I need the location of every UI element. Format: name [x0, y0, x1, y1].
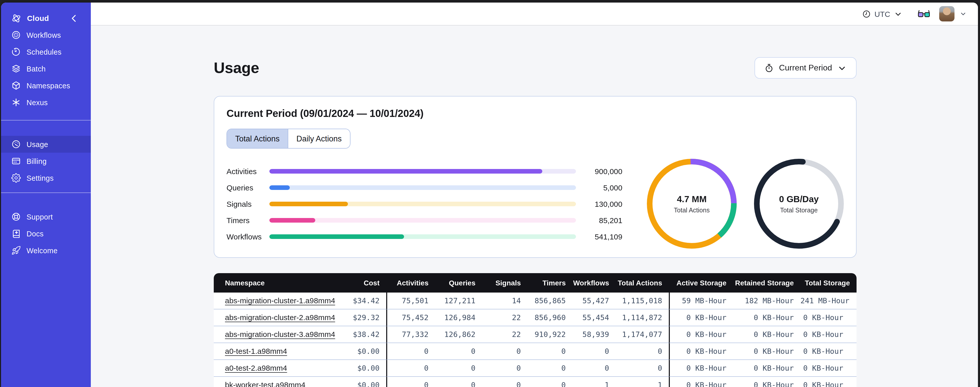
content: Usage Current Period Current Period (09/… — [91, 26, 978, 387]
activities-cell: 0 — [386, 343, 435, 360]
cost-cell: $29.32 — [344, 309, 386, 326]
sidebar-header-label: Cloud — [27, 14, 69, 22]
queries-cell: 126,862 — [435, 326, 482, 343]
namespace-link[interactable]: abs-migration-cluster-3.a98mm4 — [225, 330, 335, 339]
sidebar-item-label: Billing — [27, 157, 47, 165]
table-row: abs-migration-cluster-1.a98mm4$34.4275,5… — [214, 293, 856, 309]
namespaces-icon — [11, 81, 21, 90]
sidebar-item-welcome[interactable]: Welcome — [1, 242, 91, 259]
column-header-workflows: Workflows — [573, 273, 616, 293]
retained-storage-cell: 0 KB-Hour — [733, 377, 800, 387]
bar-value: 900,000 — [576, 167, 622, 175]
sidebar-item-namespaces[interactable]: Namespaces — [1, 77, 91, 94]
sidebar-item-label: Usage — [27, 140, 48, 148]
period-selector-button[interactable]: Current Period — [754, 57, 856, 78]
bar-value: 5,000 — [576, 183, 622, 192]
cost-cell: $0.00 — [344, 343, 386, 360]
cost-cell: $0.00 — [344, 377, 386, 387]
timezone-selector[interactable]: UTC — [862, 10, 902, 18]
donut-label: Total Storage — [780, 206, 818, 214]
signals-cell: 0 — [482, 377, 528, 387]
activities-cell: 75,452 — [386, 309, 435, 326]
workflows-cell: 1 — [573, 377, 616, 387]
namespace-link[interactable]: bk-worker-test.a98mm4 — [225, 381, 305, 387]
namespace-cell: abs-migration-cluster-3.a98mm4 — [214, 326, 344, 343]
sidebar-item-label: Support — [27, 213, 53, 221]
retained-storage-cell: 0 KB-Hour — [733, 360, 800, 377]
settings-icon — [11, 173, 21, 183]
tab-total-actions[interactable]: Total Actions — [227, 129, 288, 148]
sidebar-item-workflows[interactable]: Workflows — [1, 27, 91, 43]
active-storage-cell: 0 KB-Hour — [669, 309, 733, 326]
support-icon — [11, 212, 21, 222]
sidebar-item-schedules[interactable]: Schedules — [1, 43, 91, 60]
donut-total-actions: 4.7 MMTotal Actions — [647, 159, 737, 249]
sidebar-item-label: Nexus — [27, 98, 48, 106]
account-menu-chevron-icon[interactable] — [959, 10, 967, 18]
total-actions-cell: 0 — [616, 360, 669, 377]
sidebar-item-label: Docs — [27, 229, 44, 238]
bar-track — [269, 201, 576, 206]
active-storage-cell: 0 KB-Hour — [669, 343, 733, 360]
workflows-cell: 58,939 — [573, 326, 616, 343]
sidebar-item-support[interactable]: Support — [1, 208, 91, 225]
namespace-cell: abs-migration-cluster-2.a98mm4 — [214, 309, 344, 326]
labs-glasses-button[interactable] — [918, 9, 930, 18]
sidebar-item-batch[interactable]: Batch — [1, 60, 91, 77]
bar-value: 85,201 — [576, 216, 622, 224]
namespace-link[interactable]: abs-migration-cluster-1.a98mm4 — [225, 296, 335, 305]
cost-cell: $34.42 — [344, 293, 386, 309]
column-header-total-actions: Total Actions — [616, 273, 669, 293]
timers-cell: 856,865 — [528, 293, 573, 309]
workflows-cell: 55,454 — [573, 309, 616, 326]
table-row: a0-test-1.a98mm4$0.000000000 KB-Hour0 KB… — [214, 343, 856, 360]
queries-cell: 0 — [435, 343, 482, 360]
activities-cell: 0 — [386, 360, 435, 377]
glasses-icon — [918, 9, 930, 18]
queries-cell: 126,984 — [435, 309, 482, 326]
total-actions-cell: 0 — [616, 343, 669, 360]
card-title: Current Period (09/01/2024 — 10/01/2024) — [226, 108, 844, 120]
main-area: UTC Usage Current Period — [91, 3, 978, 387]
namespace-cell: a0-test-1.a98mm4 — [214, 343, 344, 360]
tab-daily-actions[interactable]: Daily Actions — [288, 129, 350, 148]
namespace-cell: abs-migration-cluster-1.a98mm4 — [214, 293, 344, 309]
sidebar-item-billing[interactable]: Billing — [1, 153, 91, 170]
sidebar-collapse-icon[interactable] — [69, 13, 79, 23]
queries-cell: 127,211 — [435, 293, 482, 309]
retained-storage-cell: 182 MB-Hour — [733, 293, 800, 309]
signals-cell: 22 — [482, 309, 528, 326]
sidebar-item-settings[interactable]: Settings — [1, 170, 91, 186]
avatar[interactable] — [939, 6, 955, 21]
total-storage-cell: 241 MB-Hour — [800, 293, 856, 309]
retained-storage-cell: 0 KB-Hour — [733, 326, 800, 343]
bar-fill — [269, 234, 404, 239]
donut-label: Total Actions — [674, 206, 710, 214]
cost-cell: $38.42 — [344, 326, 386, 343]
sidebar-item-usage[interactable]: Usage — [1, 136, 91, 153]
total-actions-cell: 1,174,077 — [616, 326, 669, 343]
bar-track — [269, 185, 576, 190]
total-storage-cell: 0 KB-Hour — [800, 377, 856, 387]
actions-bar-chart: Activities900,000Queries5,000Signals130,… — [226, 163, 622, 245]
total-actions-cell: 1 — [616, 377, 669, 387]
sidebar-item-label: Namespaces — [27, 82, 70, 90]
activities-cell: 75,501 — [386, 293, 435, 309]
bar-fill — [269, 185, 290, 190]
table-row: abs-migration-cluster-2.a98mm4$29.3275,4… — [214, 309, 856, 326]
bar-label: Signals — [226, 199, 269, 208]
namespace-cell: a0-test-2.a98mm4 — [214, 360, 344, 377]
bar-label: Workflows — [226, 232, 269, 241]
namespace-link[interactable]: a0-test-1.a98mm4 — [225, 347, 287, 355]
sidebar-item-label: Schedules — [27, 48, 62, 56]
bar-value: 541,109 — [576, 232, 622, 241]
sidebar-header[interactable]: Cloud — [1, 10, 91, 27]
namespace-link[interactable]: abs-migration-cluster-2.a98mm4 — [225, 313, 335, 321]
signals-cell: 0 — [482, 360, 528, 377]
sidebar-item-docs[interactable]: Docs — [1, 225, 91, 242]
total-actions-cell: 1,115,018 — [616, 293, 669, 309]
active-storage-cell: 0 KB-Hour — [669, 377, 733, 387]
welcome-icon — [11, 246, 21, 255]
namespace-link[interactable]: a0-test-2.a98mm4 — [225, 363, 287, 372]
sidebar-item-nexus[interactable]: Nexus — [1, 94, 91, 111]
